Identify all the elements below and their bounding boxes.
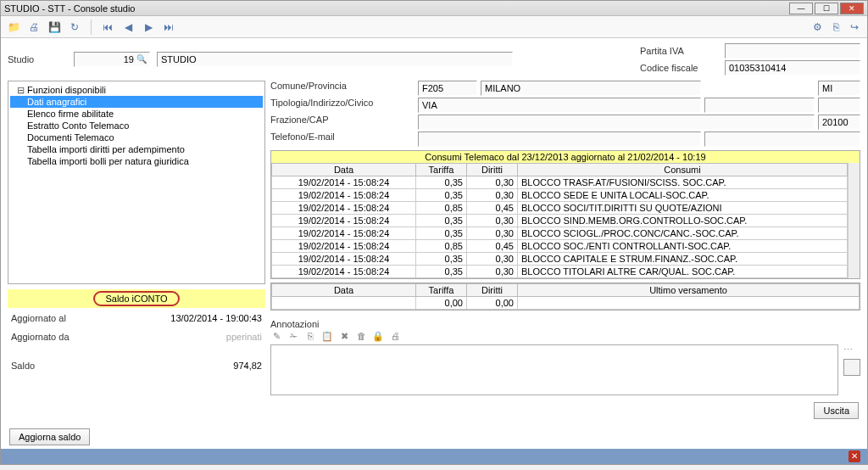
aggiornato-al-label: Aggiornato al	[11, 313, 66, 323]
comune-code[interactable]: F205	[418, 81, 477, 96]
tree-root[interactable]: Funzioni disponibili	[10, 85, 263, 96]
header-right: Partita IVA Codice fiscale 01035310414	[640, 43, 860, 76]
frazione[interactable]	[418, 115, 815, 130]
ann-tool-8[interactable]: 🖨	[389, 331, 401, 343]
col-diritti[interactable]: Diritti	[467, 164, 518, 176]
col-consumi[interactable]: Consumi	[518, 164, 848, 176]
ann-expand-button[interactable]	[843, 359, 860, 376]
annotazioni-label: Annotazioni	[270, 319, 320, 329]
consumi-table: Data Tariffa Diritti Consumi 19/02/2014 …	[271, 163, 848, 278]
disk-icon[interactable]: 💾	[47, 20, 62, 35]
ann-tool-3[interactable]: ⎘	[304, 331, 316, 343]
tree-item-tabella-bolli[interactable]: Tabella importi bolli per natura giuridi…	[10, 155, 263, 167]
uscita-button[interactable]: Uscita	[814, 402, 859, 419]
indirizzo[interactable]	[704, 98, 815, 113]
civico[interactable]	[818, 98, 860, 113]
maximize-button[interactable]: ☐	[815, 3, 838, 14]
versamento-row[interactable]: 0,00 0,00	[272, 297, 860, 310]
telefono[interactable]	[418, 131, 701, 147]
saldo-title: Saldo iCONTO	[93, 291, 179, 306]
vversamento	[518, 297, 860, 310]
tree-item-tabella-diritti[interactable]: Tabella importi diritti per adempimento	[10, 143, 263, 155]
table-row[interactable]: 19/02/2014 - 15:08:240,350,30BLOCCO SCIO…	[272, 227, 848, 240]
versamento-table: Data Tariffa Diritti Ultimo versamento 0…	[271, 283, 860, 310]
minimize-button[interactable]: —	[789, 3, 813, 14]
table-row[interactable]: 19/02/2014 - 15:08:240,350,30BLOCCO CAPI…	[272, 253, 848, 266]
ann-tool-7[interactable]: 🔒	[372, 331, 384, 343]
email[interactable]	[704, 131, 860, 147]
saldo-label: Saldo	[11, 361, 35, 371]
table-row[interactable]: 19/02/2014 - 15:08:240,850,45BLOCCO SOCI…	[272, 202, 848, 215]
right-column: Comune/Provincia F205 MILANO MI Tipologi…	[270, 81, 860, 445]
prev-icon[interactable]: ◀	[120, 20, 136, 35]
separator	[91, 20, 92, 35]
telefono-label: Telefono/E-mail	[270, 131, 415, 147]
first-icon[interactable]: ⏮	[100, 20, 115, 35]
content: Studio 19 STUDIO Partita IVA Codice fisc…	[1, 38, 867, 447]
app-window: STUDIO - STT - Console studio — ☐ ✕ 📁 🖨 …	[0, 0, 868, 465]
table-row[interactable]: 19/02/2014 - 15:08:240,350,30BLOCCO TRAS…	[272, 176, 848, 189]
ann-tool-1[interactable]: ✎	[270, 331, 282, 343]
tipologia-via[interactable]: VIA	[418, 98, 701, 113]
annotazioni-box: Annotazioni ✎ ✁ ⎘ 📋 ✖ 🗑 🔒 🖨	[270, 319, 860, 395]
folder-icon[interactable]: 📁	[6, 20, 21, 35]
window-title: STUDIO - STT - Console studio	[4, 3, 789, 14]
studio-label: Studio	[8, 54, 67, 64]
tree-item-dati-anagrafici[interactable]: Dati anagrafici	[10, 96, 263, 108]
ann-tool-4[interactable]: 📋	[321, 331, 333, 343]
tree-item-documenti[interactable]: Documenti Telemaco	[10, 131, 263, 143]
vcol-tariffa[interactable]: Tariffa	[416, 284, 467, 297]
header-row: Studio 19 STUDIO Partita IVA Codice fisc…	[8, 43, 860, 76]
provincia[interactable]: MI	[818, 81, 860, 96]
vdiritti: 0,00	[467, 297, 518, 310]
refresh-icon[interactable]: ↻	[67, 20, 82, 35]
tool-icon-2[interactable]: ⎘	[828, 20, 843, 35]
vcol-data[interactable]: Data	[272, 284, 416, 297]
main-area: Funzioni disponibili Dati anagrafici Ele…	[8, 81, 860, 445]
consumi-box: Consumi Telemaco dal 23/12/2013 aggiorna…	[270, 150, 860, 279]
studio-number-field[interactable]: 19	[74, 52, 150, 67]
table-row[interactable]: 19/02/2014 - 15:08:240,350,30BLOCCO SIND…	[272, 215, 848, 227]
tree-item-elenco-firme[interactable]: Elenco firme abilitate	[10, 108, 263, 120]
consumi-title: Consumi Telemaco dal 23/12/2013 aggiorna…	[271, 151, 860, 163]
partita-iva-field	[725, 43, 860, 59]
scrollbar[interactable]	[848, 163, 860, 278]
ann-tool-6[interactable]: 🗑	[355, 331, 367, 343]
table-row[interactable]: 19/02/2014 - 15:08:240,350,30BLOCCO TITO…	[272, 266, 848, 278]
vtariffa: 0,00	[416, 297, 467, 310]
tree-item-estratto-conto[interactable]: Estratto Conto Telemaco	[10, 120, 263, 131]
annotazioni-textarea[interactable]	[270, 344, 838, 395]
annotazioni-toolbar: ✎ ✁ ⎘ 📋 ✖ 🗑 🔒 🖨	[270, 329, 860, 344]
studio-name-field[interactable]: STUDIO	[157, 52, 513, 67]
col-data[interactable]: Data	[272, 164, 416, 176]
ann-tool-2[interactable]: ✁	[287, 331, 299, 343]
ann-tool-5[interactable]: ✖	[338, 331, 350, 343]
cap[interactable]: 20100	[818, 115, 860, 130]
vcol-versamento[interactable]: Ultimo versamento	[518, 284, 860, 297]
codice-fiscale-label: Codice fiscale	[640, 63, 725, 73]
close-button[interactable]: ✕	[840, 3, 864, 14]
ann-dots-icon[interactable]: ⋯	[843, 344, 860, 355]
tool-icon-1[interactable]: ⚙	[810, 20, 825, 35]
exit-icon[interactable]: ↪	[847, 20, 862, 35]
titlebar: STUDIO - STT - Console studio — ☐ ✕	[1, 1, 867, 16]
vdata	[272, 297, 416, 310]
saldo-header: Saldo iCONTO	[8, 289, 265, 308]
status-close-icon[interactable]: ✕	[849, 450, 860, 462]
print-icon[interactable]: 🖨	[26, 20, 42, 35]
frazione-label: Frazione/CAP	[270, 115, 415, 130]
last-icon[interactable]: ⏭	[161, 20, 176, 35]
vcol-diritti[interactable]: Diritti	[467, 284, 518, 297]
info-grid: Comune/Provincia F205 MILANO MI Tipologi…	[270, 81, 860, 147]
status-strip: ✕	[1, 449, 867, 464]
comune-name[interactable]: MILANO	[481, 81, 701, 96]
next-icon[interactable]: ▶	[141, 20, 156, 35]
aggiorna-saldo-button[interactable]: Aggiorna saldo	[9, 428, 90, 445]
function-tree: Funzioni disponibili Dati anagrafici Ele…	[8, 81, 265, 284]
saldo-box: Saldo iCONTO Aggiornato al 13/02/2014 - …	[8, 289, 265, 376]
saldo-value: 974,82	[233, 361, 262, 371]
table-row[interactable]: 19/02/2014 - 15:08:240,850,45BLOCCO SOC.…	[272, 240, 848, 253]
table-row[interactable]: 19/02/2014 - 15:08:240,350,30BLOCCO SEDE…	[272, 189, 848, 202]
col-tariffa[interactable]: Tariffa	[416, 164, 467, 176]
aggiornato-da-label: Aggiornato da	[11, 332, 70, 342]
